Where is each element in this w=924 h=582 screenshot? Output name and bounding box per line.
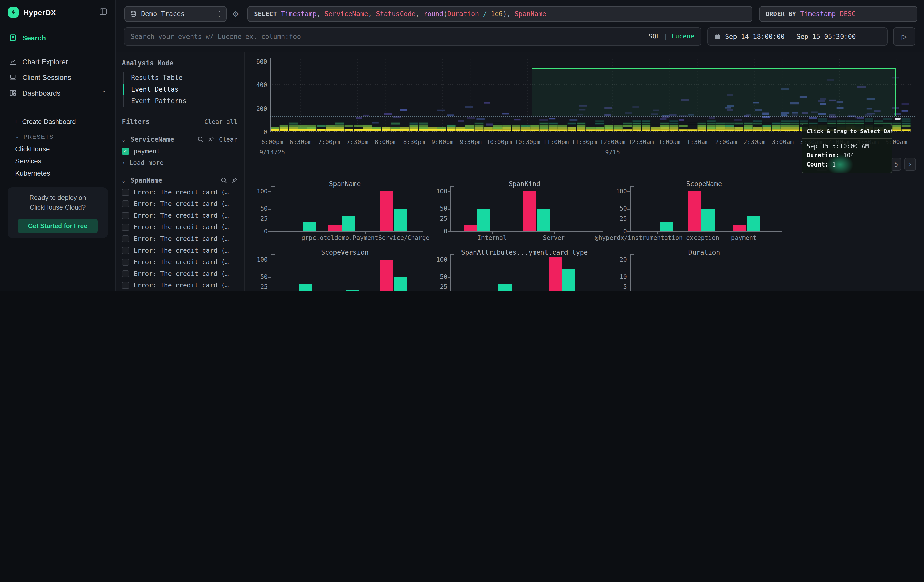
bar-ok[interactable] (477, 209, 491, 231)
analysis-mode-option-event-patterns[interactable]: Event Patterns (124, 95, 237, 107)
checkbox[interactable] (122, 212, 129, 219)
sql-toggle[interactable]: SQL (648, 32, 660, 40)
bar-ok[interactable] (393, 277, 407, 291)
checkbox[interactable] (122, 282, 129, 289)
clear-filter-button[interactable]: Clear (219, 136, 237, 143)
clear-all-button[interactable]: Clear all (205, 119, 237, 125)
checkbox[interactable] (122, 188, 129, 196)
bar-chart-scopename: ScopeName02550100@hyperdx/instrumentatio… (600, 179, 813, 242)
checkbox[interactable] (122, 247, 129, 254)
heatmap-selection-region[interactable] (532, 68, 896, 116)
run-query-button[interactable]: ▷ (893, 27, 916, 46)
filter-group-name[interactable]: ServiceName (130, 136, 174, 143)
checkbox[interactable] (122, 258, 129, 265)
database-icon (130, 11, 137, 17)
bar-ok[interactable] (701, 209, 714, 231)
y-tick-mark (627, 260, 630, 260)
bar-ok[interactable] (345, 290, 358, 291)
sidebar-collapse-icon[interactable] (99, 7, 107, 18)
select-clause-input[interactable]: SELECT Timestamp, ServiceName, StatusCod… (248, 6, 752, 22)
y-tick-label: 25 (246, 283, 268, 290)
bar-ok[interactable] (747, 216, 760, 231)
bar-ok[interactable] (303, 221, 316, 231)
bar-ok[interactable] (498, 284, 512, 291)
bar-ok[interactable] (660, 221, 673, 231)
bar-error[interactable] (380, 191, 393, 231)
checkbox[interactable]: ✓ (122, 148, 129, 155)
sidebar-item-client-sessions[interactable]: Client Sessions (0, 69, 116, 85)
page-5-button[interactable]: 5 (891, 158, 901, 171)
query-token: , (317, 10, 324, 18)
load-more-button[interactable]: ›Load more (122, 159, 237, 167)
select-expression: Timestamp, ServiceName, StatusCode, roun… (281, 10, 546, 18)
y-axis (271, 186, 271, 231)
create-dashboard-button[interactable]: + Create Dashboard (0, 115, 116, 128)
search-icon[interactable] (197, 136, 204, 143)
topbar: Demo Traces ⌃⌄ ⚙ SELECT Timestamp, Servi… (116, 0, 924, 52)
bar-error[interactable] (733, 225, 746, 231)
bar-error[interactable] (328, 225, 341, 231)
heatmap-threshold-line[interactable] (270, 116, 915, 117)
bar-ok[interactable] (299, 284, 312, 291)
source-select[interactable]: Demo Traces ⌃⌄ (124, 6, 227, 22)
gear-icon[interactable]: ⚙ (232, 10, 239, 19)
filter-option[interactable]: Error: The credit card (… (122, 270, 237, 277)
bar-error[interactable] (549, 256, 562, 291)
filters-title: Filters (122, 118, 150, 125)
heatmap-y-tick: 400 (244, 81, 267, 89)
presets-toggle[interactable]: ⌄ PRESETS (0, 130, 116, 143)
bar-ok[interactable] (342, 216, 355, 231)
lucene-toggle[interactable]: Lucene (672, 32, 694, 40)
date-range-picker[interactable]: Sep 14 18:00:00 - Sep 15 05:30:00 (708, 27, 888, 46)
page-next-button[interactable]: › (904, 158, 916, 171)
analysis-mode-option-results-table[interactable]: Results Table (124, 72, 237, 84)
bar-ok[interactable] (537, 209, 550, 231)
bar-error[interactable] (380, 260, 393, 291)
sidebar-item-chart-explorer[interactable]: Chart Explorer (0, 54, 116, 69)
sidebar-preset-clickhouse[interactable]: ClickHouse (0, 143, 116, 155)
query-token: SpanName (515, 10, 546, 18)
filter-option[interactable]: Error: The credit card (… (122, 281, 237, 289)
checkbox[interactable] (122, 270, 129, 277)
pin-icon[interactable] (208, 136, 214, 143)
filter-option[interactable]: Error: The credit card (… (122, 223, 237, 231)
filter-option[interactable]: Error: The credit card (… (122, 246, 237, 254)
chevron-up-icon[interactable]: ⌃ (102, 89, 106, 96)
chevron-down-icon[interactable]: ⌄ (122, 177, 127, 184)
sidebar-preset-kubernetes[interactable]: Kubernetes (0, 167, 116, 179)
search-icon[interactable] (221, 177, 227, 184)
sidebar-item-dashboards[interactable]: Dashboards ⌃ (0, 85, 116, 101)
y-tick-mark (627, 191, 630, 192)
query-token: ) (503, 10, 507, 18)
query-token: round (424, 10, 443, 18)
chevron-down-icon[interactable]: ⌄ (122, 136, 127, 143)
threshold-drag-handle[interactable] (895, 118, 901, 120)
checkbox[interactable] (122, 235, 129, 242)
filter-option[interactable]: Error: The credit card (… (122, 188, 237, 196)
bar-ok[interactable] (563, 269, 576, 291)
filter-option[interactable]: Error: The credit card (… (122, 200, 237, 208)
filter-option-label: Error: The credit card (… (134, 235, 229, 242)
y-tick-mark (627, 277, 630, 277)
bar-error[interactable] (523, 191, 536, 231)
filter-option-label: Error: The credit card (… (134, 223, 229, 231)
pin-icon[interactable] (231, 177, 237, 184)
filter-option[interactable]: Error: The credit card (… (122, 258, 237, 266)
filter-option[interactable]: Error: The credit card (… (122, 211, 237, 219)
checkbox[interactable] (122, 200, 129, 207)
filter-option[interactable]: ✓payment (122, 147, 237, 155)
bar-error[interactable] (687, 191, 701, 231)
order-by-input[interactable]: ORDER BY Timestamp DESC (759, 6, 917, 22)
filter-option[interactable]: Error: The credit card (… (122, 235, 237, 242)
search-input[interactable] (124, 27, 701, 46)
bar-error[interactable] (464, 225, 477, 231)
bar-ok[interactable] (393, 209, 407, 231)
sidebar-item-search[interactable]: Search (0, 30, 116, 46)
get-started-button[interactable]: Get Started for Free (18, 219, 98, 233)
checkbox[interactable] (122, 223, 129, 231)
analysis-mode-option-event-deltas[interactable]: Event Deltas (124, 84, 237, 95)
filter-group-name[interactable]: SpanName (130, 176, 162, 184)
y-tick-mark (448, 209, 450, 209)
sidebar-preset-services[interactable]: Services (0, 155, 116, 167)
filter-option-label: Error: The credit card (… (134, 188, 229, 196)
